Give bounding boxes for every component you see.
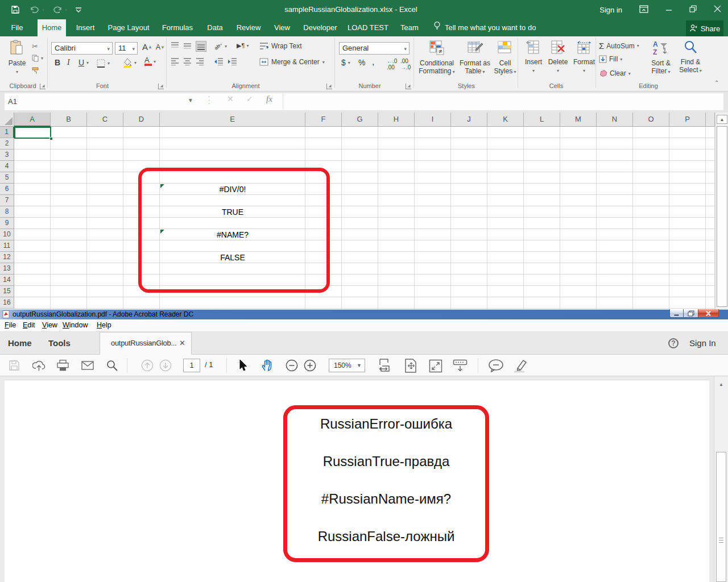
row-header-15[interactable]: 15	[0, 286, 14, 297]
acrobat-document-tab-close-icon[interactable]: ✕	[179, 332, 185, 354]
cancel-formula-icon[interactable]: ✕	[227, 94, 234, 103]
tab-insert[interactable]: Insert	[73, 19, 98, 36]
column-header-N[interactable]: N	[597, 113, 633, 127]
alignment-dialog-launcher[interactable]	[326, 84, 332, 89]
insert-cells-button[interactable]: Insert▾	[522, 40, 545, 75]
insert-function-icon[interactable]: fx	[266, 94, 272, 104]
enter-formula-icon[interactable]: ✓	[246, 94, 253, 103]
acrobat-scroll-thumb[interactable]	[716, 452, 726, 582]
find-select-button[interactable]: Find &Select ▾	[676, 40, 705, 75]
orientation-button[interactable]: ab▾	[214, 42, 227, 51]
column-header-C[interactable]: C	[87, 113, 123, 127]
row-header-2[interactable]: 2	[0, 138, 14, 149]
align-center-button[interactable]	[183, 58, 192, 65]
menu-view[interactable]: View	[42, 321, 57, 329]
font-dialog-launcher[interactable]	[158, 84, 164, 89]
select-tool-icon[interactable]	[239, 359, 247, 372]
zoom-out-icon[interactable]	[286, 359, 298, 372]
bottom-align-button[interactable]	[196, 41, 206, 52]
acrobat-vertical-scrollbar[interactable]: ▲	[714, 376, 728, 582]
email-icon[interactable]	[81, 361, 94, 370]
tab-page-layout[interactable]: Page Layout	[105, 19, 152, 36]
format-as-table-button[interactable]: Format asTable ▾	[458, 40, 491, 76]
underline-button[interactable]: U	[78, 58, 84, 67]
excel-scroll-up-icon[interactable]: ▲	[717, 115, 727, 124]
row-header-8[interactable]: 8	[0, 206, 14, 218]
tab-team[interactable]: Team	[397, 19, 422, 36]
delete-cells-button[interactable]: Delete▾	[546, 40, 570, 75]
italic-button[interactable]: I	[67, 58, 70, 67]
fit-page-icon[interactable]	[404, 359, 418, 373]
share-button[interactable]: Share	[686, 20, 723, 36]
tab-review[interactable]: Review	[234, 19, 263, 36]
save-file-icon[interactable]	[9, 360, 19, 371]
select-all-corner[interactable]	[0, 113, 14, 127]
fill-color-button[interactable]: ▾	[123, 58, 136, 68]
acrobat-document-tab[interactable]: outputRussianGlob... ✕	[100, 332, 192, 355]
borders-button[interactable]: ▾	[97, 59, 110, 68]
tab-load-test[interactable]: LOAD TEST	[346, 19, 390, 36]
acrobat-close-button[interactable]	[698, 309, 719, 318]
highlight-icon[interactable]	[512, 359, 528, 373]
tell-me-box[interactable]: Tell me what you want to do	[433, 19, 536, 36]
text-direction-button[interactable]: ▶¶▾	[237, 42, 249, 49]
row-header-1[interactable]: 1	[0, 127, 14, 138]
column-header-J[interactable]: J	[451, 113, 487, 127]
font-name-combo[interactable]: Calibri▾	[51, 42, 113, 55]
help-question-icon[interactable]: ?	[668, 338, 679, 348]
fill-button[interactable]: Fill▾	[599, 55, 622, 63]
clipboard-dialog-launcher[interactable]	[40, 84, 46, 89]
merge-center-button[interactable]: Merge & Center▾	[259, 58, 325, 66]
column-header-M[interactable]: M	[560, 113, 597, 127]
row-header-9[interactable]: 9	[0, 218, 14, 229]
top-align-button[interactable]	[171, 42, 179, 49]
tab-file[interactable]: File	[6, 19, 28, 36]
tab-home[interactable]: Home	[38, 19, 66, 36]
excel-restore-button[interactable]	[689, 5, 697, 14]
column-header-G[interactable]: G	[342, 113, 378, 127]
format-cells-button[interactable]: Format▾	[571, 40, 597, 75]
middle-align-button[interactable]	[183, 42, 192, 49]
upload-cloud-icon[interactable]	[32, 359, 46, 372]
menu-file[interactable]: File	[5, 321, 16, 329]
column-header-L[interactable]: L	[524, 113, 560, 127]
column-header-E[interactable]: E	[160, 113, 305, 127]
sort-filter-button[interactable]: AZ Sort &Filter ▾	[646, 40, 676, 76]
conditional-formatting-button[interactable]: ≠ ConditionalFormatting ▾	[418, 40, 456, 76]
wrap-text-button[interactable]: Wrap Text	[259, 42, 302, 50]
accounting-format-button[interactable]: $▾	[341, 58, 350, 67]
column-header-B[interactable]: B	[51, 113, 87, 127]
number-dialog-launcher[interactable]	[406, 84, 411, 89]
column-header-P[interactable]: P	[669, 113, 706, 127]
decrease-indent-button[interactable]	[214, 58, 224, 65]
bold-button[interactable]: B	[55, 58, 60, 67]
scrolling-mode-icon[interactable]	[453, 359, 468, 372]
row-header-10[interactable]: 10	[0, 229, 14, 240]
acrobat-maximize-button[interactable]	[684, 309, 698, 318]
name-box[interactable]: A1	[8, 97, 17, 106]
column-header-D[interactable]: D	[123, 113, 160, 127]
excel-minimize-button[interactable]	[665, 6, 672, 14]
tab-data[interactable]: Data	[202, 19, 228, 36]
grow-font-button[interactable]: A▲	[142, 42, 152, 52]
column-header-K[interactable]: K	[487, 113, 524, 127]
next-page-icon[interactable]	[159, 359, 172, 372]
column-header-O[interactable]: O	[633, 113, 669, 127]
acrobat-tools-tab[interactable]: Tools	[48, 332, 71, 355]
row-header-4[interactable]: 4	[0, 161, 14, 172]
excel-vertical-scrollbar[interactable]: ▲	[715, 113, 728, 309]
previous-page-icon[interactable]	[141, 359, 154, 372]
row-header-5[interactable]: 5	[0, 172, 14, 184]
actual-size-icon[interactable]	[429, 359, 442, 373]
cell-styles-button[interactable]: CellStyles ▾	[494, 40, 516, 76]
shrink-font-button[interactable]: A▼	[156, 43, 165, 51]
percent-style-button[interactable]: %	[358, 58, 365, 67]
clear-button[interactable]: Clear▾	[599, 69, 631, 77]
row-header-13[interactable]: 13	[0, 263, 14, 275]
formula-bar-splitter[interactable]: ∙∙∙	[208, 95, 210, 105]
increase-decimal-button[interactable]: ←.0.00	[387, 58, 397, 70]
hand-tool-icon[interactable]	[260, 359, 274, 372]
excel-scroll-thumb[interactable]	[717, 126, 727, 307]
decrease-decimal-button[interactable]: .00→.0	[400, 58, 411, 70]
zoom-in-icon[interactable]	[304, 359, 316, 372]
